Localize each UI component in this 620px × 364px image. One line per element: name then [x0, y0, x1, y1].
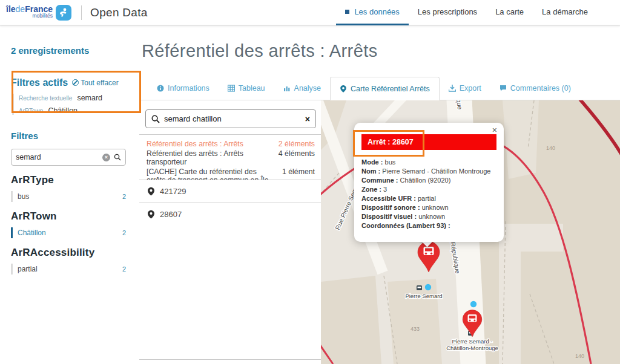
- search-suggestions: Référentiel des arrêts : Arrêts 2 élémen…: [139, 135, 321, 180]
- clear-search-icon[interactable]: ×: [305, 115, 310, 123]
- tab-tableau[interactable]: Tableau: [219, 77, 274, 100]
- suggestion-row[interactable]: [CACHE] Carte du référentiel des arrêts …: [147, 167, 315, 180]
- stop-label-line1: Pierre Semard -: [452, 338, 492, 345]
- top-header: îledeFrance mobilités Open Data Les donn…: [0, 0, 620, 25]
- popup-fields: Modebus NomPierre Semard - Châtillon Mon…: [361, 158, 496, 230]
- map-pin-icon: [148, 210, 154, 219]
- active-filters-block: Filtres actifs Tout effacer Recherche te…: [11, 77, 128, 115]
- map-search-box: ×: [145, 109, 316, 128]
- map-search-panel: × Référentiel des arrêts : Arrêts 2 élém…: [139, 100, 321, 360]
- suggestion-row[interactable]: Référentiel des arrêts : Arrêts 2 élémen…: [147, 140, 315, 149]
- nav-la-demarche[interactable]: La démarche: [533, 0, 597, 25]
- bar-chart-icon: [283, 85, 291, 92]
- logo-wordmark: îledeFrance: [6, 6, 53, 13]
- stop-dot-marker[interactable]: [470, 301, 477, 307]
- facet-search-box: ×: [11, 149, 126, 166]
- active-filter-row[interactable]: Recherche textuelle semard: [19, 94, 128, 102]
- facet-item-chatillon[interactable]: Châtillon 2: [11, 227, 126, 238]
- download-icon: [449, 85, 456, 92]
- street-number-label: 433: [411, 326, 420, 332]
- info-icon: [157, 85, 164, 92]
- idfm-person-icon: [56, 5, 71, 21]
- facet-item-bus[interactable]: bus 2: [11, 191, 126, 202]
- product-title: Open Data: [90, 6, 148, 19]
- street-number-label: 140: [575, 353, 584, 359]
- clear-all-filters-button[interactable]: Tout effacer: [72, 79, 118, 87]
- popup-title-banner: Arrêt : 28607: [361, 134, 496, 150]
- nav-la-carte[interactable]: La carte: [486, 0, 533, 25]
- slash-circle-icon: [72, 79, 79, 86]
- stop-dot-marker[interactable]: [425, 284, 431, 290]
- stop-details-popup: × Arrêt : 28607 Modebus NomPierre Semard…: [354, 123, 504, 242]
- square-bullet-icon: [345, 10, 349, 14]
- tab-export[interactable]: Export: [440, 77, 490, 100]
- street-number-label: 140: [546, 145, 555, 151]
- result-row-421729[interactable]: 421729: [139, 180, 321, 203]
- result-row-28607[interactable]: 28607: [139, 203, 321, 226]
- dataset-tabbar: Informations Tableau Analyse Carte Référ…: [139, 77, 620, 100]
- open-data-portal-page: îledeFrance mobilités Open Data Les donn…: [0, 0, 620, 364]
- search-icon: [151, 115, 160, 123]
- comment-icon: [500, 85, 507, 92]
- suggestion-row[interactable]: Référentiel des arrêts : Arrêts transpor…: [147, 149, 315, 167]
- tab-carte-referentiel-arrets[interactable]: Carte Référentiel Arrêts: [330, 77, 440, 100]
- header-divider: [81, 5, 82, 20]
- facet-search-input[interactable]: [16, 153, 102, 161]
- filters-sidebar: 2 enregistrements Filtres actifs Tout ef…: [0, 25, 139, 364]
- facet-arraccessibility: ArRAccessibility partial 2: [11, 247, 128, 275]
- main-nav: Les données Les prescriptions La carte L…: [336, 0, 597, 25]
- facet-arrtown: ArRTown Châtillon 2: [11, 210, 128, 238]
- map-canvas[interactable]: 140 140 433 Rue Pierre Semard ublique a …: [321, 100, 620, 364]
- nav-les-prescriptions[interactable]: Les prescriptions: [409, 0, 486, 25]
- facet-item-partial[interactable]: partial 2: [11, 264, 126, 275]
- records-count: 2 enregistrements: [11, 45, 128, 56]
- facet-arrtype: ArRType bus 2: [11, 174, 128, 202]
- tab-informations[interactable]: Informations: [148, 77, 219, 100]
- tab-commentaires[interactable]: Commentaires (0): [490, 77, 580, 100]
- nav-les-donnees[interactable]: Les données: [336, 0, 408, 25]
- tab-analyse[interactable]: Analyse: [274, 77, 330, 100]
- map-pin-icon: [148, 187, 154, 196]
- dataset-title: Référentiel des arrêts : Arrêts: [142, 41, 378, 61]
- stop-label-line2: Châtillon-Montrouge: [446, 345, 498, 351]
- map-search-input[interactable]: [164, 114, 301, 123]
- close-icon[interactable]: ×: [492, 126, 497, 134]
- active-filters-title: Filtres actifs: [11, 77, 68, 88]
- table-icon: [228, 85, 235, 92]
- search-icon[interactable]: [114, 154, 121, 161]
- clear-facet-search-icon[interactable]: ×: [102, 154, 110, 161]
- idfm-logo[interactable]: îledeFrance mobilités: [6, 5, 71, 21]
- filters-title: Filtres: [11, 131, 128, 141]
- active-filter-row[interactable]: ArRTown Châtillon: [19, 106, 128, 115]
- map-pin-icon: [340, 85, 347, 93]
- stop-label-pierre-semard: Pierre Semard: [405, 293, 442, 299]
